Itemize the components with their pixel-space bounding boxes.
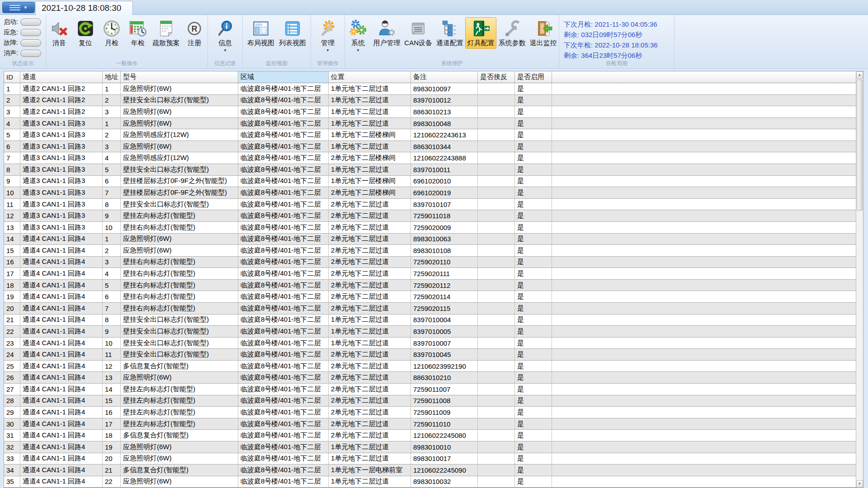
cell-address: 13 <box>103 372 121 383</box>
table-row[interactable]: 2 通道2 CAN1-1 回路2 2 壁挂安全出口标志灯(智能型) 临波庭8号楼… <box>4 95 863 107</box>
col-header-enabled[interactable]: 是否启用 <box>515 71 552 83</box>
table-row[interactable]: 7 通道3 CAN1-1 回路3 4 应急照明感应灯(12W) 临波庭8号楼/4… <box>4 152 863 164</box>
next-annual-check: 下次年检: 2022-10-28 18:05:36 <box>564 40 674 50</box>
tab-current-session[interactable]: 2021-10-28 18:08:30 <box>35 1 133 15</box>
table-row[interactable]: 34 通道4 CAN1-1 回路4 21 多信息复合灯(智能型) 临波庭8号楼/… <box>4 465 863 476</box>
manage-button[interactable]: 管理 ▼ <box>315 17 341 54</box>
col-header-channel[interactable]: 通道 <box>20 71 103 83</box>
register-button[interactable]: R 注册 <box>181 17 208 49</box>
col-header-model[interactable]: 型号 <box>121 71 238 83</box>
cell-channel: 通道4 CAN1-1 回路4 <box>20 407 103 418</box>
table-row[interactable]: 9 通道3 CAN1-1 回路3 6 壁挂楼层标志灯0F-9F之外(智能型) 临… <box>4 176 863 188</box>
table-row[interactable]: 33 通道4 CAN1-1 回路4 20 应急照明灯(6W) 临波庭8号楼/40… <box>4 453 863 465</box>
exit-monitor-button[interactable]: 退出监控 <box>528 17 559 49</box>
cell-reversed <box>478 465 515 476</box>
table-row[interactable]: 15 通道4 CAN1-1 回路4 2 应急照明灯(6W) 临波庭8号楼/401… <box>4 245 863 257</box>
cell-note: 8397010005 <box>411 326 478 337</box>
scroll-thumb[interactable] <box>857 80 863 211</box>
cell-area: 临波庭8号楼/401-地下二层 <box>238 187 329 198</box>
table-row[interactable]: 17 通道4 CAN1-1 回路4 4 壁挂右向标志灯(智能型) 临波庭8号楼/… <box>4 268 863 280</box>
cell-area: 临波庭8号楼/401-地下二层 <box>238 361 329 372</box>
cell-channel: 通道4 CAN1-1 回路4 <box>20 245 103 256</box>
table-row[interactable]: 14 通道4 CAN1-1 回路4 1 应急照明灯(6W) 临波庭8号楼/401… <box>4 234 863 245</box>
col-header-position[interactable]: 位置 <box>329 71 411 83</box>
table-row[interactable]: 10 通道3 CAN1-1 回路3 7 壁挂楼层标志灯0F-9F之外(智能型) … <box>4 187 863 199</box>
can-device-button[interactable]: CAN设备 <box>402 17 434 49</box>
col-header-address[interactable]: 地址 <box>103 71 121 83</box>
table-row[interactable]: 1 通道2 CAN1-1 回路2 1 应急照明灯(6W) 临波庭8号楼/401-… <box>4 83 863 95</box>
cell-id: 30 <box>4 418 20 430</box>
cell-reversed <box>478 210 515 221</box>
cell-enabled: 是 <box>515 395 552 407</box>
cell-filler <box>552 372 863 383</box>
table-row[interactable]: 21 通道4 CAN1-1 回路4 8 壁挂安全出口标志灯(智能型) 临波庭8号… <box>4 314 863 326</box>
table-row[interactable]: 32 通道4 CAN1-1 回路4 19 应急照明灯(6W) 临波庭8号楼/40… <box>4 441 863 453</box>
evacuation-plan-button[interactable]: 疏散预案 <box>151 17 181 49</box>
cell-filler <box>552 141 863 152</box>
system-params-button[interactable]: 系统参数 <box>496 17 528 49</box>
system-params-label: 系统参数 <box>499 39 526 47</box>
annual-check-button[interactable]: 年检 <box>125 17 151 49</box>
table-row[interactable]: 19 通道4 CAN1-1 回路4 6 壁挂右向标志灯(智能型) 临波庭8号楼/… <box>4 291 863 303</box>
scroll-down-button[interactable]: ▼ <box>856 480 863 488</box>
cell-address: 1 <box>103 118 121 129</box>
lamp-config-button[interactable]: 灯具配置 <box>465 17 496 49</box>
cell-model: 壁挂安全出口标志灯(智能型) <box>121 164 238 175</box>
cell-area: 临波庭8号楼/401-地下二层 <box>238 118 329 129</box>
table-row[interactable]: 30 通道4 CAN1-1 回路4 17 壁挂左向标志灯(智能型) 临波庭8号楼… <box>4 418 863 430</box>
reset-button[interactable]: 复位 <box>72 17 99 49</box>
table-row[interactable]: 28 通道4 CAN1-1 回路4 15 壁挂左向标志灯(智能型) 临波庭8号楼… <box>4 395 863 407</box>
table-row[interactable]: 5 通道3 CAN1-1 回路3 2 应急照明感应灯(12W) 临波庭8号楼/4… <box>4 129 863 141</box>
table-row[interactable]: 3 通道2 CAN1-1 回路2 3 应急照明灯(6W) 临波庭8号楼/401-… <box>4 106 863 118</box>
cell-address: 12 <box>103 361 121 372</box>
system-button[interactable]: 系统 ▼ <box>345 17 371 54</box>
table-row[interactable]: 26 通道4 CAN1-1 回路4 13 应急照明灯(6W) 临波庭8号楼/40… <box>4 372 863 384</box>
table-row[interactable]: 13 通道3 CAN1-1 回路3 10 壁挂右向标志灯(智能型) 临波庭8号楼… <box>4 222 863 234</box>
col-header-id[interactable]: ID <box>4 71 20 83</box>
table-row[interactable]: 31 通道4 CAN1-1 回路4 18 多信息复合灯(智能型) 临波庭8号楼/… <box>4 430 863 441</box>
cell-filler <box>552 234 863 245</box>
cell-address: 10 <box>103 222 121 233</box>
channel-config-button[interactable]: 通道配置 <box>434 17 465 49</box>
cell-enabled: 是 <box>515 176 552 187</box>
col-header-reversed[interactable]: 是否接反 <box>478 71 515 83</box>
table-row[interactable]: 12 通道3 CAN1-1 回路3 9 壁挂左向标志灯(智能型) 临波庭8号楼/… <box>4 210 863 222</box>
cell-enabled: 是 <box>515 152 552 164</box>
scroll-up-button[interactable]: ▲ <box>856 71 863 79</box>
table-row[interactable]: 29 通道4 CAN1-1 回路4 16 壁挂左向标志灯(智能型) 临波庭8号楼… <box>4 407 863 418</box>
table-row[interactable]: 23 通道4 CAN1-1 回路4 10 壁挂安全出口标志灯(智能型) 临波庭8… <box>4 338 863 349</box>
app-menu-button[interactable]: ▼ <box>2 2 35 13</box>
user-management-button[interactable]: 用户管理 <box>371 17 402 49</box>
table-row[interactable]: 18 通道4 CAN1-1 回路4 5 壁挂右向标志灯(智能型) 临波庭8号楼/… <box>4 280 863 291</box>
info-button[interactable]: 信息 ▼ <box>212 17 238 54</box>
table-row[interactable]: 22 通道4 CAN1-1 回路4 9 壁挂安全出口标志灯(智能型) 临波庭8号… <box>4 326 863 338</box>
vertical-scrollbar[interactable]: ▲ ▼ <box>856 71 863 488</box>
cell-address: 17 <box>103 418 121 430</box>
layout-view-icon <box>251 19 270 38</box>
monthly-check-button[interactable]: 月检 <box>99 17 125 49</box>
table-row[interactable]: 20 通道4 CAN1-1 回路4 7 壁挂右向标志灯(智能型) 临波庭8号楼/… <box>4 303 863 314</box>
table-row[interactable]: 8 通道3 CAN1-1 回路3 5 壁挂安全出口标志灯(智能型) 临波庭8号楼… <box>4 164 863 176</box>
cell-enabled: 是 <box>515 199 552 210</box>
layout-view-button[interactable]: 布局视图 <box>245 17 277 49</box>
cell-note: 7259020009 <box>411 222 478 233</box>
cell-enabled: 是 <box>515 83 552 94</box>
table-row[interactable]: 24 通道4 CAN1-1 回路4 11 壁挂安全出口标志灯(智能型) 临波庭8… <box>4 349 863 361</box>
col-header-area[interactable]: 区域 <box>238 71 329 83</box>
cell-id: 29 <box>4 407 20 418</box>
table-row[interactable]: 4 通道3 CAN1-1 回路3 1 应急照明灯(6W) 临波庭8号楼/401-… <box>4 118 863 130</box>
mute-button[interactable]: 消音 <box>46 17 72 49</box>
table-row[interactable]: 16 通道4 CAN1-1 回路4 3 壁挂右向标志灯(智能型) 临波庭8号楼/… <box>4 257 863 268</box>
cell-reversed <box>478 430 515 441</box>
col-header-note[interactable]: 备注 <box>411 71 478 83</box>
cell-address: 4 <box>103 152 121 164</box>
table-row[interactable]: 25 通道4 CAN1-1 回路4 12 多信息复合灯(智能型) 临波庭8号楼/… <box>4 361 863 372</box>
cell-area: 临波庭8号楼/401-地下二层 <box>238 326 329 337</box>
cell-area: 临波庭8号楼/401-地下二层 <box>238 129 329 141</box>
table-row[interactable]: 11 通道3 CAN1-1 回路3 8 壁挂安全出口标志灯(智能型) 临波庭8号… <box>4 199 863 211</box>
table-row[interactable]: 27 通道4 CAN1-1 回路4 14 壁挂左向标志灯(智能型) 临波庭8号楼… <box>4 384 863 395</box>
list-view-button[interactable]: 列表视图 <box>277 17 308 49</box>
table-row[interactable]: 6 通道3 CAN1-1 回路3 3 应急照明灯(6W) 临波庭8号楼/401-… <box>4 141 863 153</box>
table-row[interactable]: 35 通道4 CAN1-1 回路4 22 应急照明灯(6W) 临波庭8号楼/40… <box>4 476 863 488</box>
cell-note: 8397010045 <box>411 349 478 360</box>
